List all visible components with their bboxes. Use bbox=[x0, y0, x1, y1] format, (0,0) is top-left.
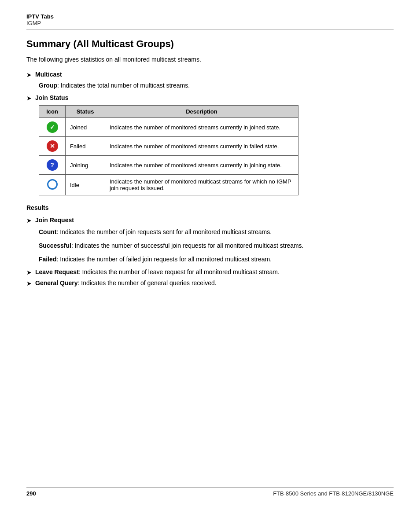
leave-request-desc: : Indicates the number of leave request … bbox=[79, 268, 280, 275]
multicast-label: Multicast bbox=[35, 71, 62, 78]
desc-joining: Indicates the number of monitored stream… bbox=[105, 156, 298, 175]
header-title: IPTV Tabs bbox=[26, 13, 394, 20]
page-container: IPTV Tabs IGMP Summary (All Multicast Gr… bbox=[0, 0, 420, 510]
count-desc: : Indicates the number of join requests … bbox=[56, 228, 272, 235]
icon-cell-joined: ✓ bbox=[39, 118, 66, 137]
col-status: Status bbox=[66, 106, 105, 118]
page-number: 290 bbox=[26, 490, 36, 497]
failed-desc: : Indicates the number of failed join re… bbox=[56, 256, 272, 263]
status-joined: Joined bbox=[66, 118, 105, 137]
status-idle: Idle bbox=[66, 175, 105, 195]
successful-paragraph: Successful: Indicates the number of succ… bbox=[39, 241, 394, 250]
join-status-bullet-row: ➤ Join Status bbox=[26, 94, 394, 102]
table-row: ✓ Joined Indicates the number of monitor… bbox=[39, 118, 298, 137]
arrow-icon-4: ➤ bbox=[26, 269, 32, 276]
col-icon: Icon bbox=[39, 106, 66, 118]
failed-icon: ✕ bbox=[47, 140, 58, 152]
idle-icon bbox=[47, 179, 58, 190]
table-header-row: Icon Status Description bbox=[39, 106, 298, 118]
leave-request-line: Leave Request: Indicates the number of l… bbox=[35, 268, 280, 275]
general-query-desc: : Indicates the number of general querie… bbox=[78, 279, 217, 286]
leave-request-bullet-row: ➤ Leave Request: Indicates the number of… bbox=[26, 268, 394, 276]
joining-icon: ? bbox=[47, 159, 58, 171]
table-row: ✕ Failed Indicates the number of monitor… bbox=[39, 137, 298, 156]
successful-desc: : Indicates the number of successful joi… bbox=[71, 242, 304, 249]
table-row: ? Joining Indicates the number of monito… bbox=[39, 156, 298, 175]
arrow-icon-5: ➤ bbox=[26, 280, 32, 287]
header-subtitle: IGMP bbox=[26, 20, 394, 26]
desc-joined: Indicates the number of monitored stream… bbox=[105, 118, 298, 137]
join-status-table: Icon Status Description ✓ Joined Indicat… bbox=[39, 105, 298, 195]
table-row: Idle Indicates the number of monitored m… bbox=[39, 175, 298, 195]
desc-failed: Indicates the number of monitored stream… bbox=[105, 137, 298, 156]
icon-cell-failed: ✕ bbox=[39, 137, 66, 156]
status-failed: Failed bbox=[66, 137, 105, 156]
arrow-icon-2: ➤ bbox=[26, 95, 32, 102]
footer-model: FTB-8500 Series and FTB-8120NGE/8130NGE bbox=[273, 490, 394, 497]
join-request-bullet-row: ➤ Join Request bbox=[26, 216, 394, 224]
join-status-label: Join Status bbox=[35, 94, 68, 101]
intro-text: The following gives statistics on all mo… bbox=[26, 56, 394, 63]
failed-bold: Failed bbox=[39, 256, 56, 263]
joined-icon: ✓ bbox=[47, 121, 58, 133]
group-desc: : Indicates the total number of multicas… bbox=[57, 82, 190, 89]
page-title: Summary (All Multicast Groups) bbox=[26, 38, 394, 50]
arrow-icon-3: ➤ bbox=[26, 217, 32, 224]
icon-cell-joining: ? bbox=[39, 156, 66, 175]
desc-idle: Indicates the number of monitored multic… bbox=[105, 175, 298, 195]
multicast-bullet-row: ➤ Multicast bbox=[26, 71, 394, 78]
successful-bold: Successful bbox=[39, 242, 71, 249]
count-bold: Count bbox=[39, 228, 56, 235]
general-query-label: General Query bbox=[35, 279, 78, 286]
count-paragraph: Count: Indicates the number of join requ… bbox=[39, 227, 394, 237]
col-description: Description bbox=[105, 106, 298, 118]
page-footer: 290 FTB-8500 Series and FTB-8120NGE/8130… bbox=[26, 487, 394, 497]
page-header: IPTV Tabs IGMP bbox=[26, 13, 394, 29]
group-bold: Group bbox=[39, 82, 57, 89]
leave-request-label: Leave Request bbox=[35, 268, 79, 275]
failed-paragraph: Failed: Indicates the number of failed j… bbox=[39, 255, 394, 264]
arrow-icon: ➤ bbox=[26, 71, 32, 78]
multicast-description: Group: Indicates the total number of mul… bbox=[39, 82, 394, 89]
status-joining: Joining bbox=[66, 156, 105, 175]
icon-cell-idle bbox=[39, 175, 66, 195]
results-label: Results bbox=[26, 204, 394, 211]
join-request-label: Join Request bbox=[35, 216, 74, 224]
general-query-line: General Query: Indicates the number of g… bbox=[35, 279, 217, 286]
general-query-bullet-row: ➤ General Query: Indicates the number of… bbox=[26, 279, 394, 287]
